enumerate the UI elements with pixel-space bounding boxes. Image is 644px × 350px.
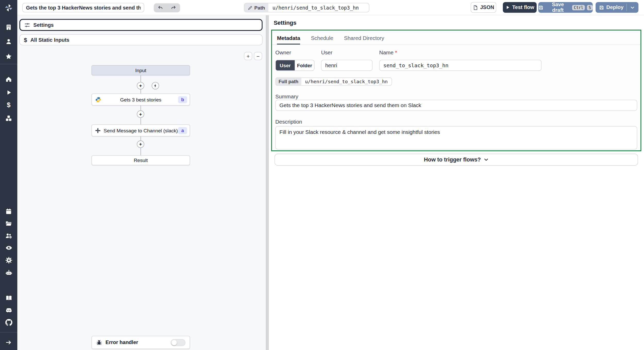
path-label: Path [254,5,265,10]
book-open-icon[interactable] [0,292,17,304]
robot-icon[interactable] [0,267,17,278]
description-textarea[interactable]: Fill in your Slack resource & channel an… [275,126,637,150]
all-static-inputs-item[interactable]: $ All Static Inputs [19,34,262,45]
save-icon [599,5,604,10]
path-value: u/henri/send_to_slack_top3_hn [268,3,369,12]
metadata-panel: Metadata Schedule Shared Directory Owner… [271,30,641,151]
add-step-button[interactable]: + [137,110,144,118]
pane-resize-handle[interactable] [266,15,269,350]
settings-heading: Settings [274,19,296,26]
owner-label: Owner [275,49,291,56]
settings-pane: Settings Metadata Schedule Shared Direct… [269,15,644,350]
boxes-icon[interactable] [0,113,17,124]
kbd-s: S [587,5,593,10]
sliders-icon [24,22,30,28]
step-node-label: Gets 3 best stories [92,97,190,102]
user-label: User [321,49,332,56]
step-node-label: Send Message to Channel (slack) [92,127,190,133]
screenshot-stage: $ [0,0,644,350]
tab-metadata[interactable]: Metadata [277,34,300,45]
input-node-label: Input [92,67,190,73]
building-icon[interactable] [0,21,17,33]
static-inputs-label: All Static Inputs [30,37,69,42]
deploy-button[interactable]: Deploy [596,2,638,13]
save-icon [538,5,544,10]
summary-label: Summary [275,93,298,100]
tab-shared-directory[interactable]: Shared Directory [344,34,384,45]
input-node[interactable]: Input [91,65,190,75]
deploy-label: Deploy [606,5,624,10]
step-badge: a [178,127,187,134]
discord-icon[interactable] [0,304,17,316]
windmill-logo[interactable] [0,2,17,14]
undo-icon [157,5,163,11]
summary-input[interactable] [275,100,637,111]
step-node-slack[interactable]: Send Message to Channel (slack) a [91,124,190,136]
name-label: Name * [379,49,397,56]
test-flow-button[interactable]: Test flow [503,2,537,13]
dollar-icon[interactable]: $ [0,99,17,111]
description-label: Description [275,119,302,125]
trigger-zap-button[interactable] [152,82,159,89]
owner-toggle-group: User Folder [275,60,315,71]
owner-option-user[interactable]: User [276,60,295,71]
user-icon[interactable] [0,36,17,47]
settings-tabbar: Metadata Schedule Shared Directory [272,34,640,45]
step-badge: b [178,96,187,103]
redo-icon [171,5,176,11]
users-gear-icon[interactable] [0,230,17,242]
calendar-icon[interactable] [0,206,17,217]
name-input[interactable] [379,60,541,71]
path-badge: Path [244,3,268,12]
error-handler-node[interactable]: Error handler [91,336,190,349]
save-draft-button[interactable]: Save draft CtrlS [538,2,593,13]
undo-button[interactable] [155,4,166,12]
full-path-label: Full path [276,78,301,85]
eye-icon[interactable] [0,242,17,253]
zoom-in-button[interactable]: + [244,52,252,60]
flow-settings-label: Settings [33,22,54,28]
tab-schedule[interactable]: Schedule [311,34,333,45]
result-node[interactable]: Result [91,155,190,165]
add-step-button[interactable]: + [137,141,144,148]
owner-option-folder[interactable]: Folder [295,60,314,71]
home-icon[interactable] [0,73,17,85]
github-icon[interactable] [0,317,17,328]
zoom-out-button[interactable]: − [254,52,262,60]
required-asterisk: * [395,49,397,56]
how-to-trigger-button[interactable]: How to trigger flows? [275,154,638,166]
play-icon[interactable] [0,87,17,98]
full-path-value: u/henri/send_to_slack_top3_hn [301,78,391,85]
step-node-python[interactable]: Gets 3 best stories b [91,93,190,105]
full-path-badge: Full path u/henri/send_to_slack_top3_hn [275,78,392,86]
play-icon [505,5,510,10]
save-draft-label: Save draft [546,2,570,13]
json-button-label: JSON [480,5,494,10]
test-flow-label: Test flow [512,5,534,10]
redo-button[interactable] [168,4,179,12]
dollar-icon: $ [24,37,27,43]
add-step-button[interactable]: + [137,82,144,89]
json-button[interactable]: JSON [471,2,496,13]
zap-icon [153,84,157,88]
folder-open-icon[interactable] [0,218,17,229]
path-control[interactable]: Path u/henri/send_to_slack_top3_hn [244,3,369,12]
chevron-down-icon[interactable] [630,5,635,10]
star-icon[interactable] [0,51,17,62]
sidebar-divider [0,64,17,64]
undo-redo-group [154,3,180,12]
kbd-ctrl: Ctrl [572,5,585,10]
toggle-knob [172,340,177,345]
file-json-icon [473,5,478,10]
flow-title-input[interactable] [22,3,144,12]
pencil-icon [248,5,253,10]
gear-icon[interactable] [0,254,17,266]
error-handler-label: Error handler [106,339,167,345]
result-node-label: Result [92,157,190,163]
user-input[interactable] [321,60,372,71]
arrow-right-icon[interactable] [0,337,17,348]
flow-settings-item[interactable]: Settings [19,19,262,31]
error-handler-toggle[interactable] [171,339,185,346]
bug-icon [96,339,102,346]
deploy-divider [626,4,627,11]
